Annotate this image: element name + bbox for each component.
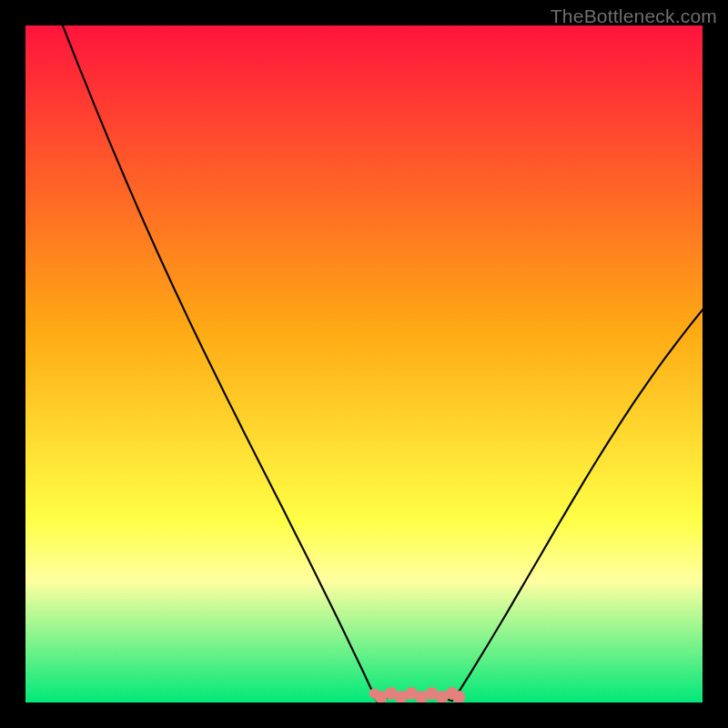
watermark-text: TheBottleneck.com bbox=[551, 5, 717, 27]
gradient-background bbox=[25, 25, 703, 703]
chart-frame bbox=[25, 25, 703, 703]
bottleneck-chart bbox=[25, 25, 703, 703]
